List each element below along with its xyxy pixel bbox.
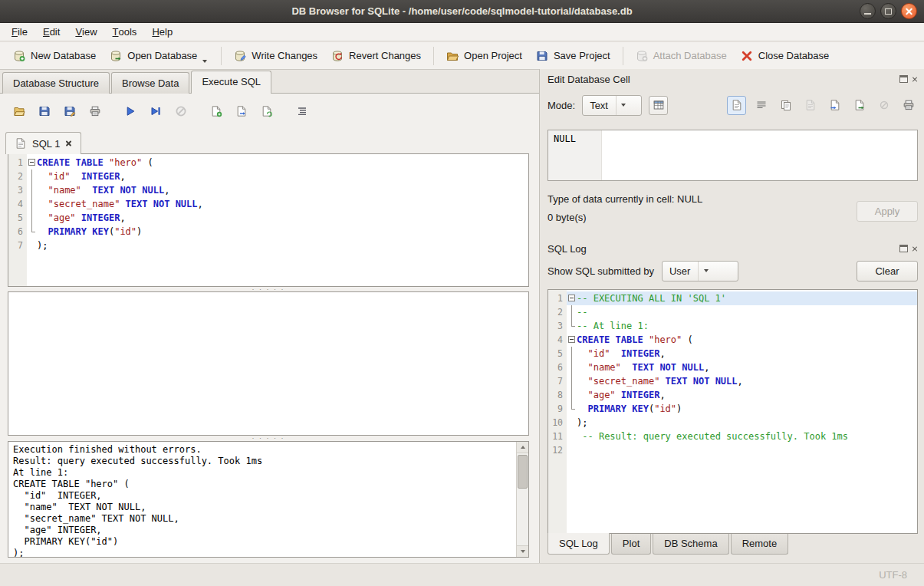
menu-edit[interactable]: Edit bbox=[35, 23, 67, 41]
menu-help[interactable]: Help bbox=[144, 23, 180, 41]
output-scrollbar[interactable] bbox=[516, 442, 528, 557]
code-line[interactable]: 3 "name" TEXT NOT NULL, bbox=[8, 183, 528, 197]
format-sql-button[interactable] bbox=[292, 101, 312, 121]
titlebar[interactable]: DB Browser for SQLite - /home/user/code/… bbox=[0, 0, 924, 23]
splitter-handle[interactable] bbox=[8, 436, 529, 440]
floppy-icon bbox=[536, 50, 548, 62]
save-sql-file-as-button[interactable] bbox=[60, 101, 80, 121]
open-sql-in-new-tab-button[interactable] bbox=[232, 101, 252, 121]
fold-marker[interactable] bbox=[567, 305, 577, 319]
code-line[interactable]: 7); bbox=[8, 239, 528, 252]
import-cell-button[interactable] bbox=[825, 96, 844, 115]
dock-tab-db-schema[interactable]: DB Schema bbox=[653, 534, 728, 555]
line-number: 10 bbox=[548, 416, 567, 430]
fold-marker[interactable] bbox=[567, 374, 577, 388]
results-grid[interactable] bbox=[8, 291, 529, 436]
code-line[interactable]: 8 "age" INTEGER, bbox=[548, 388, 917, 402]
fold-marker[interactable] bbox=[567, 360, 577, 374]
collapse-icon[interactable] bbox=[568, 336, 575, 343]
copy-cell-button[interactable] bbox=[776, 96, 795, 115]
code-line[interactable]: 6 PRIMARY KEY("id") bbox=[8, 225, 528, 239]
fold-marker[interactable] bbox=[27, 156, 37, 170]
fold-marker[interactable] bbox=[567, 402, 577, 416]
open-project-button[interactable]: Open Project bbox=[439, 46, 529, 66]
code-line[interactable]: 11 -- Result: query executed successfull… bbox=[548, 430, 917, 443]
code-line[interactable]: 1CREATE TABLE "hero" ( bbox=[8, 156, 528, 170]
print-cell-button[interactable] bbox=[899, 96, 918, 115]
cell-editor[interactable]: NULL bbox=[547, 130, 918, 181]
minimize-button[interactable] bbox=[860, 3, 876, 19]
open-database-button[interactable]: Open Database bbox=[103, 42, 215, 70]
fold-marker[interactable] bbox=[27, 211, 37, 225]
import-export-data-button[interactable] bbox=[649, 96, 668, 115]
close-window-button[interactable] bbox=[901, 3, 917, 19]
fold-marker[interactable] bbox=[567, 333, 577, 347]
dock-tab-remote[interactable]: Remote bbox=[731, 534, 789, 555]
new-database-button[interactable]: New Database bbox=[6, 46, 103, 66]
sql-tab-1[interactable]: SQL 1 bbox=[5, 132, 81, 154]
scrollbar-thumb[interactable] bbox=[518, 455, 528, 489]
open-sql-file-button[interactable] bbox=[9, 101, 29, 121]
text-view-button[interactable] bbox=[727, 96, 746, 115]
export-cell-button[interactable] bbox=[850, 96, 869, 115]
dock-tab-sql-log[interactable]: SQL Log bbox=[547, 533, 610, 555]
fold-marker[interactable] bbox=[567, 347, 577, 360]
close-database-button[interactable]: Close Database bbox=[734, 46, 837, 66]
fold-marker[interactable] bbox=[567, 319, 577, 333]
close-panel-button[interactable] bbox=[912, 243, 918, 255]
dock-tab-plot[interactable]: Plot bbox=[611, 534, 651, 555]
code-line[interactable]: 2-- bbox=[548, 305, 917, 319]
word-wrap-button[interactable] bbox=[751, 96, 771, 115]
code-line[interactable]: 10); bbox=[548, 416, 917, 430]
collapse-icon[interactable] bbox=[28, 159, 35, 166]
fold-marker[interactable] bbox=[27, 183, 37, 197]
fold-marker[interactable] bbox=[567, 291, 577, 305]
write-changes-button[interactable]: Write Changes bbox=[227, 46, 324, 66]
collapse-icon[interactable] bbox=[568, 295, 575, 301]
execute-all-button[interactable] bbox=[120, 101, 140, 121]
save-results-button[interactable] bbox=[257, 101, 277, 121]
code-line[interactable]: 3-- At line 1: bbox=[548, 319, 917, 333]
code-line[interactable]: 12 bbox=[548, 443, 917, 457]
mode-combobox[interactable]: Text bbox=[582, 95, 642, 116]
submitter-combobox[interactable]: User bbox=[662, 261, 738, 281]
code-line[interactable]: 9 PRIMARY KEY("id") bbox=[548, 402, 917, 416]
float-panel-icon[interactable] bbox=[899, 245, 908, 252]
code-line[interactable]: 4 "secret_name" TEXT NOT NULL, bbox=[8, 197, 528, 211]
save-sql-file-button[interactable] bbox=[35, 101, 54, 121]
execute-current-line-button[interactable] bbox=[146, 101, 166, 121]
code-line[interactable]: 7 "secret_name" TEXT NOT NULL, bbox=[548, 374, 917, 388]
sql-log-view[interactable]: 1-- EXECUTING ALL IN 'SQL 1'2--3-- At li… bbox=[547, 289, 918, 534]
scroll-down-button[interactable] bbox=[517, 545, 528, 557]
open-database-dropdown-arrow[interactable] bbox=[202, 46, 209, 66]
sql-editor[interactable]: 1CREATE TABLE "hero" (2 "id" INTEGER,3 "… bbox=[8, 153, 529, 287]
revert-changes-button[interactable]: Revert Changes bbox=[324, 46, 428, 66]
code-line[interactable]: 2 "id" INTEGER, bbox=[8, 170, 528, 183]
code-line[interactable]: 5 "age" INTEGER, bbox=[8, 211, 528, 225]
menu-file[interactable]: File bbox=[4, 23, 35, 41]
print-sql-button[interactable] bbox=[85, 101, 105, 121]
new-sql-tab-button[interactable] bbox=[206, 101, 226, 121]
tab-execute-sql[interactable]: Execute SQL bbox=[191, 71, 271, 94]
sql-tab-close-button[interactable] bbox=[65, 138, 72, 150]
save-project-button[interactable]: Save Project bbox=[529, 46, 617, 66]
execution-output[interactable]: Execution finished without errors. Resul… bbox=[8, 441, 529, 558]
tab-database-structure[interactable]: Database Structure bbox=[2, 72, 110, 94]
fold-marker[interactable] bbox=[27, 197, 37, 211]
code-line[interactable]: 6 "name" TEXT NOT NULL, bbox=[548, 360, 917, 374]
tab-browse-data[interactable]: Browse Data bbox=[111, 72, 189, 94]
maximize-button[interactable] bbox=[880, 3, 896, 19]
fold-marker[interactable] bbox=[27, 225, 37, 239]
menu-tools[interactable]: Tools bbox=[105, 23, 145, 41]
sql-log-filter-row: Show SQL submitted by User Clear bbox=[547, 260, 918, 281]
float-panel-icon[interactable] bbox=[899, 75, 908, 83]
code-line[interactable]: 1-- EXECUTING ALL IN 'SQL 1' bbox=[548, 291, 917, 305]
clear-button[interactable]: Clear bbox=[857, 261, 918, 281]
close-panel-button[interactable] bbox=[912, 74, 918, 85]
fold-marker[interactable] bbox=[27, 170, 37, 183]
code-line[interactable]: 4CREATE TABLE "hero" ( bbox=[548, 333, 917, 347]
code-line[interactable]: 5 "id" INTEGER, bbox=[548, 347, 917, 360]
fold-marker[interactable] bbox=[567, 388, 577, 402]
scroll-up-button[interactable] bbox=[517, 442, 528, 453]
menu-view[interactable]: View bbox=[67, 23, 104, 41]
